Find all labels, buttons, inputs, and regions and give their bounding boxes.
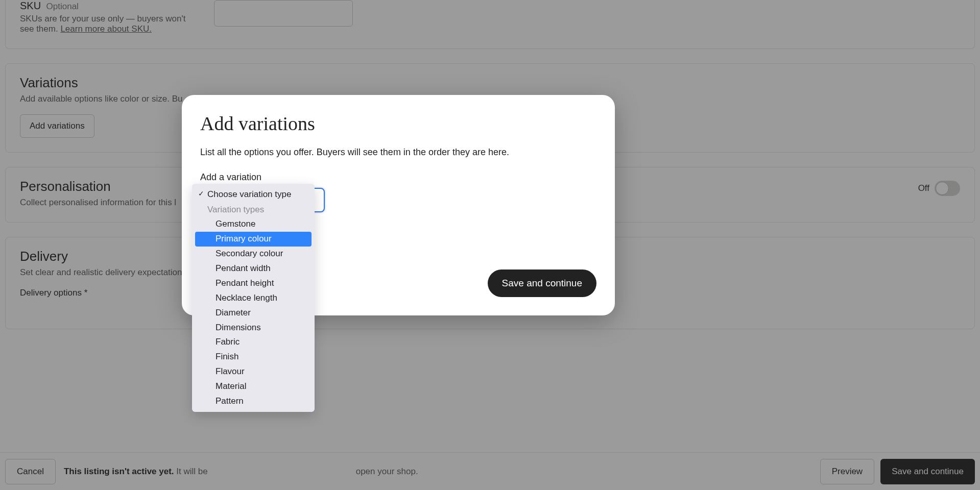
- dropdown-option[interactable]: Diameter: [195, 306, 312, 321]
- modal-save-button[interactable]: Save and continue: [488, 270, 596, 297]
- dropdown-option[interactable]: Material: [195, 379, 312, 394]
- dropdown-option[interactable]: Dimensions: [195, 321, 312, 335]
- dropdown-option[interactable]: Finish: [195, 350, 312, 364]
- dropdown-option[interactable]: Primary colour: [195, 232, 312, 247]
- dropdown-group-label: Variation types: [195, 203, 312, 217]
- dropdown-option[interactable]: Pendant width: [195, 261, 312, 276]
- modal-description: List all the options you offer. Buyers w…: [200, 147, 596, 158]
- dropdown-option[interactable]: Gemstone: [195, 217, 312, 232]
- dropdown-option[interactable]: Secondary colour: [195, 247, 312, 261]
- dropdown-option[interactable]: Fabric: [195, 335, 312, 350]
- variation-field-label: Add a variation: [200, 172, 596, 183]
- modal-title: Add variations: [200, 112, 596, 135]
- dropdown-option[interactable]: Flavour: [195, 364, 312, 379]
- dropdown-option[interactable]: Pattern: [195, 394, 312, 409]
- dropdown-option[interactable]: Necklace length: [195, 291, 312, 306]
- dropdown-current-selection[interactable]: Choose variation type: [195, 187, 312, 203]
- dropdown-option[interactable]: Pendant height: [195, 276, 312, 291]
- variation-type-dropdown: Choose variation type Variation types Ge…: [192, 184, 315, 412]
